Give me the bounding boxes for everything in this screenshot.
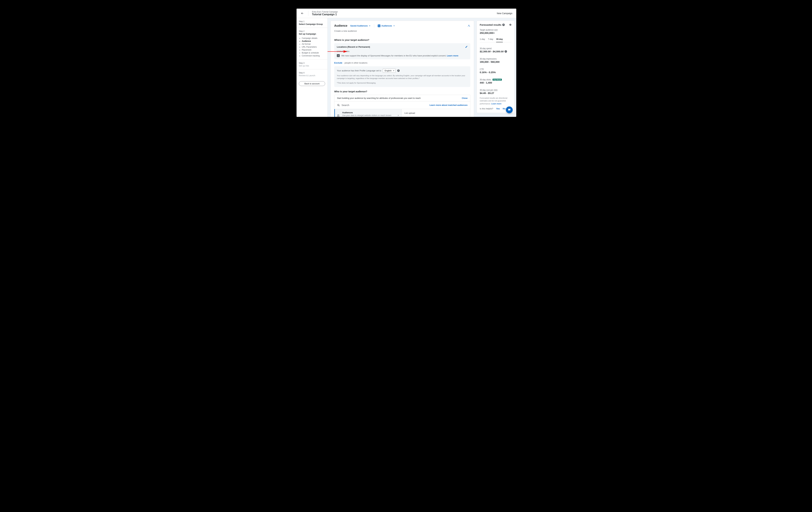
step-title: Set up Ads <box>299 64 325 67</box>
people-icon <box>337 114 340 117</box>
selector-title: Audiences <box>342 111 395 114</box>
sidebar-item-placement[interactable]: Placement <box>302 49 325 51</box>
learn-more-link[interactable]: Learn more <box>447 54 458 57</box>
locations-box: Locations (Recent or Permanent) United S… <box>334 43 470 59</box>
forecast-title: Forecasted results <box>480 23 501 26</box>
sidebar-item-ad-format[interactable]: Ad format <box>302 43 325 46</box>
page-title: Tutorial Campaign 1 <box>312 13 338 16</box>
forecast-tabs: 1-day 7-day 30-day <box>480 37 512 43</box>
matched-audiences-link[interactable]: Learn more about matched audiences <box>430 104 468 106</box>
step-label: Step 2 <box>299 30 325 32</box>
forecast-footnote: Forecasted results are directional estim… <box>480 97 512 105</box>
language-select[interactable]: English ▼ <box>383 69 396 73</box>
ctr-label: CTR <box>480 68 484 71</box>
back-arrow-button[interactable] <box>300 11 304 15</box>
spend-value: $2,300.00 - $4,500.00 ? <box>480 50 512 53</box>
chat-fab[interactable] <box>506 106 513 113</box>
forecast-panel: Forecasted results ? Target audience siz… <box>476 21 515 117</box>
close-link[interactable]: Close <box>462 97 468 99</box>
help-icon[interactable]: ? <box>397 70 400 72</box>
section-title-audience: Audience <box>334 24 347 27</box>
chevron-down-icon: ▼ <box>393 25 395 27</box>
help-icon[interactable]: ? <box>504 50 507 53</box>
helpful-yes[interactable]: Yes <box>496 107 500 110</box>
svg-line-2 <box>339 106 340 106</box>
divider <box>374 24 374 27</box>
svg-point-4 <box>339 115 339 115</box>
sidebar-step-1[interactable]: Step 1 Select Campaign Group <box>296 18 327 28</box>
step-title: Set up Campaign <box>299 33 325 35</box>
create-new-audience-link[interactable]: Create a new audience <box>334 30 470 32</box>
target-audience-label: Target audience size <box>480 29 498 31</box>
locations-value: United States <box>337 50 468 53</box>
sidebar-step-4[interactable]: Step 4 Review & Launch <box>296 70 327 79</box>
search-input[interactable]: Search <box>337 104 349 107</box>
audiences-dropdown[interactable]: in Audiences▼ <box>378 25 395 27</box>
step-label: Step 1 <box>299 20 325 23</box>
who-lead-text: Start building your audience by searchin… <box>337 97 420 99</box>
locations-info-text: We now support the display of Sponsored … <box>341 54 458 57</box>
back-to-account-button[interactable]: Back to account <box>299 81 325 86</box>
svg-rect-6 <box>509 110 510 110</box>
search-placeholder: Search <box>342 104 349 106</box>
tab-7-day[interactable]: 7-day <box>488 37 493 42</box>
option-list-upload[interactable]: List upload <box>404 111 468 115</box>
target-audience-value: 250,000,000+ <box>480 31 512 34</box>
info-icon: i <box>337 54 340 57</box>
exclude-link[interactable]: Exclude <box>334 62 342 64</box>
step-title: Review & Launch <box>299 74 325 77</box>
gear-icon[interactable] <box>509 24 512 26</box>
svg-rect-5 <box>509 109 510 110</box>
step-title: Select Campaign Group <box>299 23 325 25</box>
sidebar-item-conversion-tracking[interactable]: Conversion tracking <box>302 54 325 57</box>
svg-point-3 <box>338 115 338 115</box>
cpc-value: $4.49 - $5.27 <box>480 92 512 95</box>
selector-audiences[interactable]: Audiences Use your data to retarget webs… <box>335 109 402 117</box>
tab-30-day[interactable]: 30-day <box>496 37 503 42</box>
step-label: Step 3 <box>299 62 325 64</box>
chevron-down-icon: ▼ <box>393 70 395 72</box>
helpful-question: Is this helpful? <box>480 107 493 110</box>
chevron-right-icon <box>397 114 399 116</box>
where-section-title: Where is your target audience? <box>334 39 470 41</box>
impressions-label: 30-day impressions <box>480 58 497 60</box>
help-icon[interactable]: ? <box>502 24 505 26</box>
language-note-1: Your audience size will vary depending o… <box>337 74 468 80</box>
ctr-value: 0.16% - 0.25% <box>480 71 512 74</box>
language-note-2: *This does not apply for Sponsored Messa… <box>337 82 468 84</box>
language-box: Your audience has their Profile Language… <box>334 66 470 87</box>
header: Entry Era's Tutorial Campaign Tutorial C… <box>296 9 516 18</box>
sparkle-icon[interactable] <box>467 24 470 27</box>
exclude-rest-text: people in other locations <box>344 62 367 64</box>
spend-label: 30-day spend <box>480 47 492 50</box>
sidebar-item-audience[interactable]: Audience <box>302 40 325 43</box>
clicks-label: 30-day clicks <box>480 79 491 81</box>
sidebar-step-3[interactable]: Step 3 Set up Ads <box>296 60 327 70</box>
svg-point-1 <box>338 104 339 106</box>
sidebar-step-2: Step 2 Set up Campaign Campaign details … <box>296 28 327 60</box>
sidebar-item-budget-schedule[interactable]: Budget & schedule <box>302 51 325 54</box>
edit-locations-button[interactable] <box>465 46 468 48</box>
learn-more-link[interactable]: Learn more <box>491 103 501 105</box>
selector-desc: Use your data to retarget website visito… <box>342 114 395 117</box>
sidebar-item-campaign-details[interactable]: Campaign details <box>302 37 325 40</box>
sidebar-item-url-parameters[interactable]: URL Parameters <box>302 46 325 49</box>
clicks-value: 440 - 1,400 <box>480 81 512 84</box>
chevron-down-icon: ▼ <box>369 25 371 27</box>
sidebar: Step 1 Select Campaign Group Step 2 Set … <box>296 18 327 117</box>
audience-card: Audience Saved Audiences▼ in Audiences▼ <box>330 21 474 117</box>
who-section-title: Who is your target audience? <box>334 90 470 93</box>
tab-1-day[interactable]: 1-day <box>480 37 485 42</box>
key-result-badge: Key Result <box>493 79 502 81</box>
saved-audiences-dropdown[interactable]: Saved Audiences▼ <box>350 25 371 27</box>
helpful-no[interactable]: No <box>503 107 505 110</box>
step-label: Step 4 <box>299 72 325 74</box>
linkedin-icon: in <box>378 25 380 27</box>
breadcrumb-campaign-group: Entry Era's Tutorial Campaign <box>312 11 338 13</box>
who-box: Start building your audience by searchin… <box>334 95 470 117</box>
header-divider <box>308 11 309 16</box>
search-icon <box>337 104 340 107</box>
header-action-new-campaign[interactable]: New Campaign <box>497 12 512 15</box>
main-content: Audience Saved Audiences▼ in Audiences▼ <box>327 18 476 117</box>
locations-label: Locations (Recent or Permanent) <box>337 46 370 48</box>
